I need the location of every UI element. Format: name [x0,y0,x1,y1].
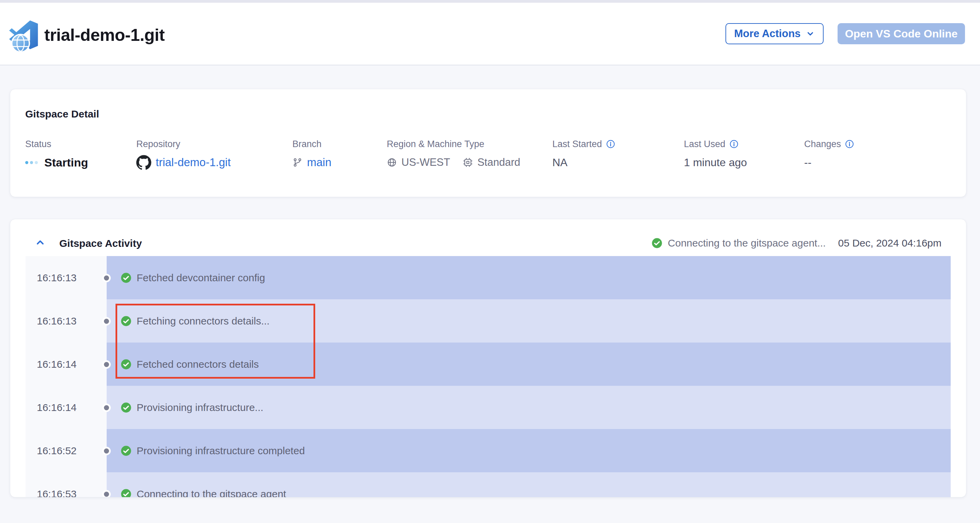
region-machine-label: Region & Machine Type [387,138,520,150]
field-repository: Repository trial-demo-1.git [136,138,231,171]
log-row: 16:16:53 Connecting to the gitspace agen… [25,472,951,497]
machine-type-icon [463,157,473,168]
branch-label: Branch [293,138,332,150]
changes-label: Changes [804,139,841,149]
field-changes: Changes -- [804,138,854,171]
log-message: Fetched devcontainer config [137,272,265,284]
activity-timestamp: 05 Dec, 2024 04:16pm [838,237,942,249]
log-time: 16:16:53 [25,472,107,497]
chevron-down-icon [805,29,815,38]
activity-status-text: Connecting to the gitspace agent... [668,237,826,249]
log-time: 16:16:14 [25,386,107,429]
last-started-value: NA [552,156,567,169]
git-branch-icon [293,157,302,168]
timeline-dot [102,317,111,325]
check-circle-icon [121,489,132,498]
check-circle-icon [121,402,132,413]
page-header: trial-demo-1.git More Actions Open VS Co… [0,3,980,65]
log-row: 16:16:52 Provisioning infrastructure com… [25,429,951,472]
timeline-dot [102,447,111,455]
check-circle-icon [121,273,132,283]
field-region-machine: Region & Machine Type US-WEST Standard [387,138,520,171]
check-circle-icon [121,445,132,456]
page-title: trial-demo-1.git [44,24,165,46]
check-circle-icon [121,315,132,326]
log-time: 16:16:13 [25,299,107,342]
log-message: Fetched connectors details [137,358,259,370]
repository-link[interactable]: trial-demo-1.git [156,156,231,169]
timeline-dot [102,360,111,369]
globe-icon [387,157,397,168]
field-last-started: Last Started NA [552,138,615,171]
log-message: Provisioning infrastructure... [137,402,263,414]
check-circle-icon [121,359,132,370]
gitspace-detail-title: Gitspace Detail [25,108,99,120]
field-last-used: Last Used 1 minute ago [684,138,747,171]
field-status: Status Starting [25,138,88,171]
github-icon [136,155,151,170]
timeline-dot [102,274,111,282]
machine-type-value: Standard [477,156,520,168]
info-icon[interactable] [730,139,738,149]
window-top-strip [0,0,980,3]
last-used-label: Last Used [684,139,725,149]
vscode-logo-icon [8,18,40,54]
more-actions-button[interactable]: More Actions [725,23,824,44]
log-message: Connecting to the gitspace agent [137,488,286,498]
log-message: Provisioning infrastructure completed [137,445,305,456]
log-row: 16:16:13 Fetched devcontainer config [25,256,951,299]
log-time: 16:16:14 [25,342,107,386]
log-row: 16:16:14 Provisioning infrastructure... [25,386,951,429]
loading-dots-icon [25,161,38,164]
log-row: 16:16:14 Fetched connectors details [25,342,951,386]
field-branch: Branch main [293,138,332,171]
info-icon[interactable] [606,139,615,149]
branch-link[interactable]: main [307,156,332,169]
gitspace-detail-card: Gitspace Detail Status Starting Reposito… [10,89,966,197]
collapse-chevron-up-icon[interactable] [34,236,46,249]
activity-status-group: Connecting to the gitspace agent... 05 D… [652,236,942,250]
more-actions-label: More Actions [734,28,800,40]
check-circle-icon [652,238,662,249]
region-value: US-WEST [401,156,450,168]
log-time: 16:16:13 [25,256,107,299]
log-message: Fetching connectors details... [137,315,269,327]
gitspace-activity-card: Gitspace Activity Connecting to the gits… [10,219,966,497]
open-vscode-online-label: Open VS Code Online [845,28,958,40]
activity-log: 16:16:13 Fetched devcontainer config 16:… [25,256,951,497]
changes-value: -- [804,156,811,169]
last-started-label: Last Started [552,139,602,149]
last-used-value: 1 minute ago [684,156,747,169]
info-icon[interactable] [845,139,854,149]
status-label: Status [25,138,88,150]
gitspace-activity-title: Gitspace Activity [59,238,142,249]
timeline-dot [102,404,111,412]
log-row: 16:16:13 Fetching connectors details... [25,299,951,342]
repository-label: Repository [136,138,231,150]
open-vscode-online-button[interactable]: Open VS Code Online [838,23,965,44]
status-value: Starting [44,156,88,169]
log-time: 16:16:52 [25,429,107,472]
timeline-dot [102,490,111,498]
